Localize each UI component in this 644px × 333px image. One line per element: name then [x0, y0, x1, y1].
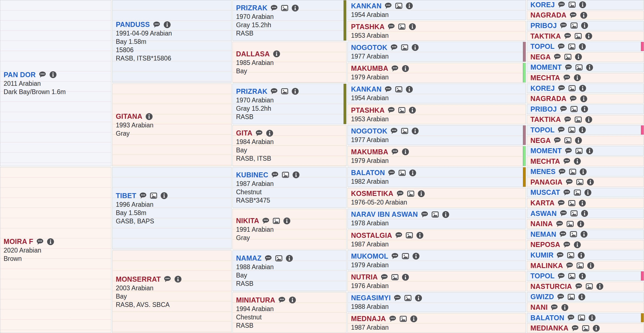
info-icon[interactable]	[585, 32, 593, 40]
comment-bubble-icon[interactable]	[391, 252, 399, 260]
info-icon[interactable]	[573, 241, 581, 249]
info-icon[interactable]	[160, 192, 168, 200]
horse-name-link[interactable]: TIBET	[116, 191, 136, 200]
comment-bubble-icon[interactable]	[563, 241, 571, 249]
horse-name-link[interactable]: KOREJ	[530, 84, 555, 93]
info-icon[interactable]	[174, 275, 182, 283]
info-icon[interactable]	[49, 71, 57, 79]
horse-name-link[interactable]: TAKTIKA	[530, 115, 561, 124]
comment-bubble-icon[interactable]	[553, 137, 561, 144]
comment-bubble-icon[interactable]	[556, 220, 563, 228]
photo-icon[interactable]	[569, 168, 577, 176]
photo-icon[interactable]	[395, 85, 403, 93]
info-icon[interactable]	[285, 254, 293, 262]
info-icon[interactable]	[402, 148, 409, 156]
comment-bubble-icon[interactable]	[255, 129, 263, 137]
photo-icon[interactable]	[564, 137, 572, 144]
comment-bubble-icon[interactable]	[557, 272, 565, 280]
photo-icon[interactable]	[398, 106, 406, 114]
info-icon[interactable]	[581, 105, 588, 113]
horse-name-link[interactable]: KOSMETIKA	[351, 189, 394, 198]
photo-icon[interactable]	[582, 324, 590, 332]
photo-icon[interactable]	[574, 116, 582, 123]
info-icon[interactable]	[402, 273, 409, 281]
horse-name-link[interactable]: NOGOTOK	[351, 43, 387, 52]
comment-bubble-icon[interactable]	[395, 231, 403, 239]
photo-icon[interactable]	[275, 254, 283, 262]
horse-name-link[interactable]: MECHTA	[530, 73, 560, 82]
photo-icon[interactable]	[399, 315, 407, 323]
horse-name-link[interactable]: DALLASA	[236, 49, 270, 59]
info-icon[interactable]	[410, 315, 418, 323]
comment-bubble-icon[interactable]	[566, 262, 573, 269]
horse-name-link[interactable]: KANKAN	[351, 85, 382, 94]
comment-bubble-icon[interactable]	[569, 95, 577, 103]
horse-name-link[interactable]: PRIBOJ	[530, 105, 557, 114]
info-icon[interactable]	[402, 65, 409, 72]
comment-bubble-icon[interactable]	[391, 65, 399, 72]
info-icon[interactable]	[289, 296, 296, 304]
horse-name-link[interactable]: MAKUMBA	[351, 64, 388, 73]
photo-icon[interactable]	[405, 231, 413, 239]
comment-bubble-icon[interactable]	[153, 21, 161, 29]
comment-bubble-icon[interactable]	[270, 4, 278, 12]
horse-name-link[interactable]: NARAV IBN ASWAN	[351, 210, 418, 219]
info-icon[interactable]	[586, 64, 593, 71]
comment-bubble-icon[interactable]	[559, 230, 567, 238]
horse-name-link[interactable]: GWIZD	[530, 292, 554, 301]
photo-icon[interactable]	[575, 147, 583, 155]
horse-name-link[interactable]: NEPOSA	[530, 240, 560, 249]
photo-icon[interactable]	[567, 293, 575, 301]
horse-name-link[interactable]: PRIZRAK	[236, 87, 267, 96]
comment-bubble-icon[interactable]	[36, 238, 44, 246]
horse-name-link[interactable]: PANAGIA	[530, 178, 563, 187]
horse-name-link[interactable]: KUMIR	[530, 251, 553, 260]
horse-name-link[interactable]: NEGA	[530, 136, 551, 145]
comment-bubble-icon[interactable]	[270, 87, 278, 95]
comment-bubble-icon[interactable]	[271, 171, 279, 179]
info-icon[interactable]	[411, 44, 419, 51]
horse-name-link[interactable]: KANKAN	[351, 1, 382, 11]
photo-icon[interactable]	[431, 211, 439, 218]
photo-icon[interactable]	[272, 217, 280, 225]
info-icon[interactable]	[292, 171, 300, 179]
info-icon[interactable]	[283, 217, 291, 225]
photo-icon[interactable]	[282, 171, 289, 179]
horse-name-link[interactable]: MOMENT	[530, 146, 562, 155]
horse-name-link[interactable]: MALINKA	[530, 261, 563, 270]
comment-bubble-icon[interactable]	[565, 147, 572, 155]
horse-name-link[interactable]: MUSCAT	[530, 188, 560, 197]
photo-icon[interactable]	[567, 251, 575, 259]
horse-name-link[interactable]: NEGA	[530, 52, 551, 62]
photo-icon[interactable]	[568, 1, 576, 9]
comment-bubble-icon[interactable]	[560, 105, 567, 113]
horse-name-link[interactable]: NASTURCIA	[530, 282, 572, 291]
info-icon[interactable]	[587, 262, 595, 269]
comment-bubble-icon[interactable]	[388, 169, 395, 177]
horse-name-link[interactable]: PRIBOJ	[530, 21, 557, 30]
info-icon[interactable]	[405, 85, 413, 93]
horse-name-link[interactable]: KOREJ	[530, 0, 555, 9]
comment-bubble-icon[interactable]	[564, 116, 572, 123]
horse-name-link[interactable]: NOSTALGIA	[351, 231, 392, 240]
comment-bubble-icon[interactable]	[278, 296, 286, 304]
comment-bubble-icon[interactable]	[569, 11, 577, 19]
horse-name-link[interactable]: MUKOMOL	[351, 252, 388, 261]
horse-name-link[interactable]: NUTRIA	[351, 273, 378, 282]
horse-name-link[interactable]: MOMENT	[530, 63, 562, 72]
horse-name-link[interactable]: NAINA	[530, 219, 553, 228]
comment-bubble-icon[interactable]	[384, 85, 392, 93]
horse-name-link[interactable]: KUBINEC	[236, 170, 268, 180]
horse-name-link[interactable]: MOIRA F	[4, 237, 33, 246]
info-icon[interactable]	[273, 50, 280, 58]
photo-icon[interactable]	[576, 262, 584, 269]
info-icon[interactable]	[575, 137, 582, 144]
photo-icon[interactable]	[574, 32, 582, 40]
photo-icon[interactable]	[391, 273, 399, 281]
horse-name-link[interactable]: TOPOL	[530, 271, 555, 281]
comment-bubble-icon[interactable]	[563, 157, 571, 165]
info-icon[interactable]	[585, 116, 593, 123]
comment-bubble-icon[interactable]	[553, 53, 561, 61]
info-icon[interactable]	[405, 2, 413, 10]
comment-bubble-icon[interactable]	[164, 275, 171, 283]
